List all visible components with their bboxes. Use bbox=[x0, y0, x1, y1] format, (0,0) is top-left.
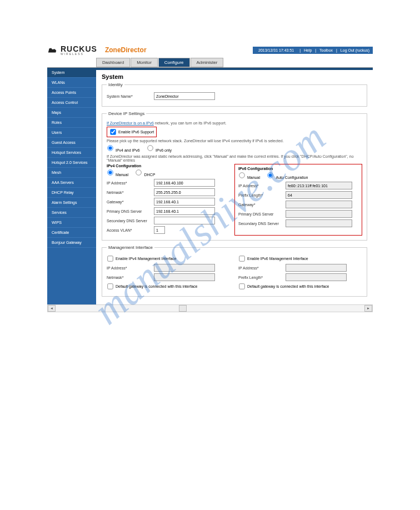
identity-section: Identity System Name bbox=[102, 82, 367, 107]
sidebar-item-guest-access[interactable]: Guest Access bbox=[47, 138, 96, 148]
sidebar-item-mesh[interactable]: Mesh bbox=[47, 168, 96, 178]
ipv4-pdns-input[interactable] bbox=[154, 207, 215, 215]
sidebar-item-system[interactable]: System bbox=[47, 68, 96, 78]
mgmt-ipv6-ip-input[interactable] bbox=[286, 264, 347, 272]
ipv4-head: IPv4 Configuration bbox=[107, 164, 227, 168]
page-title: System bbox=[102, 73, 367, 80]
horizontal-scrollbar[interactable]: ◄ ► bbox=[47, 304, 373, 312]
ipv4-gw-input[interactable] bbox=[154, 198, 215, 206]
ipv4-manual-radio[interactable] bbox=[107, 169, 113, 175]
ipv4-sdns-input[interactable] bbox=[154, 217, 215, 224]
mgmt-section: Management Interface Enable IPv4 Managem… bbox=[102, 245, 367, 297]
scroll-right-button[interactable]: ► bbox=[364, 305, 372, 312]
ipv6-plen-input[interactable] bbox=[286, 191, 352, 199]
ruckus-dog-icon bbox=[47, 46, 57, 54]
ipv4-ip-input[interactable] bbox=[154, 179, 215, 187]
ipv4-vlan-input[interactable] bbox=[154, 226, 165, 234]
sidebar-item-users[interactable]: Users bbox=[47, 128, 96, 138]
product-name: ZoneDirector bbox=[105, 46, 147, 54]
sidebar-item-access-control[interactable]: Access Control bbox=[47, 98, 96, 108]
sidebar-item-certificate[interactable]: Certificate bbox=[47, 228, 96, 238]
sidebar-item-hotspot-services[interactable]: Hotspot Services bbox=[47, 148, 96, 158]
sidebar-item-wlans[interactable]: WLANs bbox=[47, 78, 96, 88]
top-right-bar: 2013/12/31 17:43:51 | Help | Toolbox | L… bbox=[253, 47, 373, 54]
help-link[interactable]: Help bbox=[304, 48, 312, 52]
sidebar-item-dhcp-relay[interactable]: DHCP Relay bbox=[47, 188, 96, 198]
timestamp: 2013/12/31 17:43:51 bbox=[256, 48, 296, 52]
mgmt-legend: Management Interface bbox=[107, 245, 154, 250]
mgmt-ipv6-plen-input[interactable] bbox=[286, 273, 347, 281]
stack-ipv4-ipv6-radio[interactable] bbox=[107, 145, 113, 151]
ipv4-dhcp-radio[interactable] bbox=[136, 169, 142, 175]
enable-ipv6-label: Enable IPv6 Support bbox=[118, 130, 154, 134]
scroll-thumb[interactable] bbox=[179, 305, 187, 312]
scroll-left-button[interactable]: ◄ bbox=[48, 305, 56, 312]
ipv4-netmask-input[interactable] bbox=[154, 188, 215, 196]
mgmt-ipv6-enable-checkbox[interactable] bbox=[239, 256, 244, 261]
brand-logo: RUCKUS WIRELESS ZoneDirector bbox=[47, 44, 147, 56]
sidebar-item-access-points[interactable]: Access Points bbox=[47, 88, 96, 98]
ipv6-manual-radio[interactable] bbox=[239, 172, 244, 178]
ipv6-auto-radio[interactable] bbox=[268, 172, 273, 178]
stack-hint: Please pick up the supported network sta… bbox=[107, 139, 362, 143]
tab-administer[interactable]: Administer bbox=[191, 58, 224, 67]
ipv6-pdns-input[interactable] bbox=[286, 210, 352, 218]
stack-ipv6-only-radio[interactable] bbox=[147, 145, 153, 151]
enable-ipv6-checkbox[interactable] bbox=[110, 129, 116, 134]
tab-monitor[interactable]: Monitor bbox=[131, 58, 158, 67]
ipv6-config-box: IPv6 Configuration Manual Auto Configura… bbox=[234, 164, 362, 236]
tab-configure[interactable]: Configure bbox=[158, 58, 190, 67]
sidebar-item-hotspot-2-0-services[interactable]: Hotspot 2.0 Services bbox=[47, 158, 96, 168]
addressing-hint: If ZoneDirector was assigned static netw… bbox=[107, 154, 362, 162]
ipv6-head: IPv6 Configuration bbox=[238, 167, 358, 171]
identity-legend: Identity bbox=[107, 82, 124, 87]
toolbox-link[interactable]: Toolbox bbox=[319, 48, 333, 52]
sidebar-item-alarm-settings[interactable]: Alarm Settings bbox=[47, 198, 96, 208]
sidebar: SystemWLANsAccess PointsAccess ControlMa… bbox=[47, 68, 96, 304]
system-name-input[interactable] bbox=[154, 92, 215, 100]
sidebar-item-services[interactable]: Services bbox=[47, 208, 96, 218]
mgmt-ipv4-ip-input[interactable] bbox=[154, 264, 215, 272]
ipv6-hint-link[interactable]: If ZoneDirector is on a IPv6 bbox=[107, 121, 154, 125]
sidebar-item-aaa-servers[interactable]: AAA Servers bbox=[47, 178, 96, 188]
device-ip-section: Device IP Settings If ZoneDirector is on… bbox=[102, 111, 367, 241]
mgmt-ipv4-enable-checkbox[interactable] bbox=[107, 256, 113, 261]
ipv6-hint: If ZoneDirector is on a IPv6 network, yo… bbox=[107, 121, 362, 125]
logout-link[interactable]: Log Out (ruckus) bbox=[341, 48, 369, 52]
mgmt-ipv4-defgw-checkbox[interactable] bbox=[107, 283, 113, 289]
enable-ipv6-box: Enable IPv6 Support bbox=[107, 127, 157, 137]
ipv6-gw-input[interactable] bbox=[286, 201, 352, 208]
system-name-label: System Name bbox=[107, 94, 154, 98]
device-ip-legend: Device IP Settings bbox=[107, 111, 146, 116]
mgmt-ipv6-defgw-checkbox[interactable] bbox=[239, 283, 244, 289]
ipv6-ip-input[interactable] bbox=[286, 182, 352, 189]
tab-dashboard[interactable]: Dashboard bbox=[96, 58, 130, 67]
sidebar-item-maps[interactable]: Maps bbox=[47, 108, 96, 118]
sidebar-item-roles[interactable]: Roles bbox=[47, 118, 96, 128]
ipv6-sdns-input[interactable] bbox=[286, 219, 352, 227]
sidebar-item-bonjour-gateway[interactable]: Bonjour Gateway bbox=[47, 238, 96, 248]
mgmt-ipv4-netmask-input[interactable] bbox=[154, 273, 215, 281]
sidebar-item-wips[interactable]: WIPS bbox=[47, 218, 96, 228]
